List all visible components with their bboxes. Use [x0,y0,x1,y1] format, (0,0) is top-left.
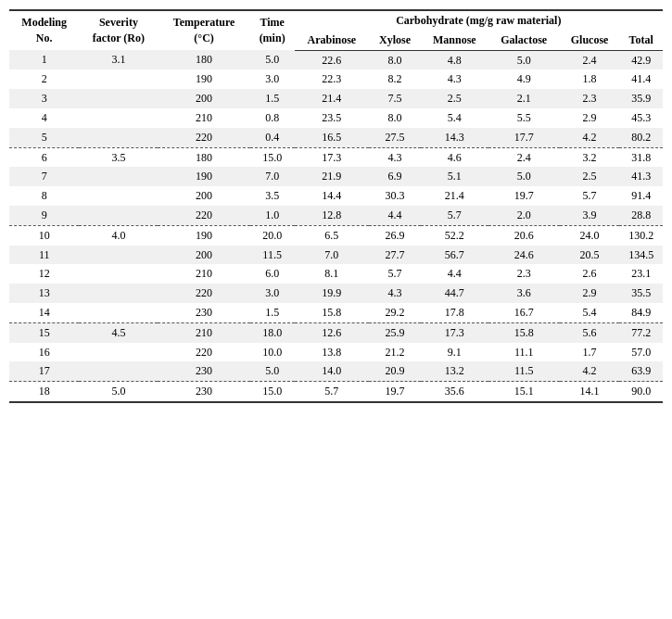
mannose: 4.3 [421,69,488,89]
galactose: 15.1 [488,382,560,402]
severity-factor [79,89,158,108]
glucose: 4.2 [560,128,620,147]
table-row: 104.019020.06.526.952.220.624.0130.2 [9,225,663,245]
glucose: 5.7 [560,186,620,206]
time: 11.5 [250,246,295,265]
severity-factor: 3.1 [79,50,158,69]
modeling-no: 12 [9,264,79,284]
temperature: 220 [158,284,249,303]
modeling-no: 2 [9,69,79,89]
glucose: 3.2 [560,147,620,167]
modeling-no: 5 [9,128,79,147]
time: 20.0 [250,225,295,245]
modeling-no: 10 [9,225,79,245]
galactose: 19.7 [488,186,560,206]
arabinose: 7.0 [295,246,370,265]
galactose: 5.5 [488,108,560,128]
total: 45.3 [619,108,663,128]
total: 42.9 [619,50,663,69]
mannose: 17.8 [421,303,488,322]
xylose: 19.7 [369,382,421,402]
severity-factor [79,303,158,322]
time: 3.0 [250,284,295,303]
glucose: 2.3 [560,89,620,108]
time: 1.0 [250,206,295,225]
table-row: 13.11805.022.68.04.85.02.442.9 [9,50,663,69]
mannose: 9.1 [421,343,488,362]
xylose: 5.7 [369,264,421,284]
table-row: 82003.514.430.321.419.75.791.4 [9,186,663,206]
mannose: 4.6 [421,147,488,167]
modeling-no: 18 [9,382,79,402]
mannose: 4.4 [421,264,488,284]
galactose: 5.0 [488,50,560,69]
galactose: 20.6 [488,225,560,245]
time: 18.0 [250,322,295,342]
total: 41.3 [619,167,663,186]
temperature: 220 [158,343,249,362]
total: 41.4 [619,69,663,89]
xylose: 25.9 [369,322,421,342]
col-header-mannose: Mannose [421,31,488,50]
glucose: 20.5 [560,246,620,265]
mannose: 13.2 [421,361,488,381]
arabinose: 21.9 [295,167,370,186]
mannose: 5.4 [421,108,488,128]
xylose: 30.3 [369,186,421,206]
temperature: 220 [158,206,249,225]
modeling-no: 17 [9,361,79,381]
arabinose: 6.5 [295,225,370,245]
mannose: 52.2 [421,225,488,245]
table-row: 63.518015.017.34.34.62.43.231.8 [9,147,663,167]
severity-factor [79,206,158,225]
data-table: ModelingNo. Severityfactor (Ro) Temperat… [9,9,663,403]
time: 1.5 [250,89,295,108]
total: 63.9 [619,361,663,381]
galactose: 11.1 [488,343,560,362]
total: 134.5 [619,246,663,265]
glucose: 2.4 [560,50,620,69]
arabinose: 13.8 [295,343,370,362]
galactose: 11.5 [488,361,560,381]
galactose: 2.4 [488,147,560,167]
col-header-severity: Severityfactor (Ro) [79,10,158,50]
total: 130.2 [619,225,663,245]
glucose: 1.8 [560,69,620,89]
time: 15.0 [250,147,295,167]
modeling-no: 16 [9,343,79,362]
table-row: 1622010.013.821.29.111.11.757.0 [9,343,663,362]
total: 23.1 [619,264,663,284]
severity-factor [79,343,158,362]
total: 91.4 [619,186,663,206]
modeling-no: 6 [9,147,79,167]
table-row: 154.521018.012.625.917.315.85.677.2 [9,322,663,342]
modeling-no: 11 [9,246,79,265]
xylose: 4.4 [369,206,421,225]
col-header-xylose: Xylose [369,31,421,50]
xylose: 8.2 [369,69,421,89]
galactose: 5.0 [488,167,560,186]
severity-factor: 3.5 [79,147,158,167]
table-row: 42100.823.58.05.45.52.945.3 [9,108,663,128]
glucose: 24.0 [560,225,620,245]
severity-factor [79,167,158,186]
total: 84.9 [619,303,663,322]
glucose: 2.5 [560,167,620,186]
table-row: 21903.022.38.24.34.91.841.4 [9,69,663,89]
severity-factor: 4.0 [79,225,158,245]
temperature: 230 [158,361,249,381]
arabinose: 15.8 [295,303,370,322]
total: 57.0 [619,343,663,362]
galactose: 2.0 [488,206,560,225]
modeling-no: 8 [9,186,79,206]
glucose: 2.9 [560,284,620,303]
mannose: 5.1 [421,167,488,186]
glucose: 1.7 [560,343,620,362]
col-header-glucose: Glucose [560,31,620,50]
arabinose: 8.1 [295,264,370,284]
modeling-no: 9 [9,206,79,225]
temperature: 200 [158,246,249,265]
modeling-no: 15 [9,322,79,342]
time: 5.0 [250,361,295,381]
xylose: 6.9 [369,167,421,186]
